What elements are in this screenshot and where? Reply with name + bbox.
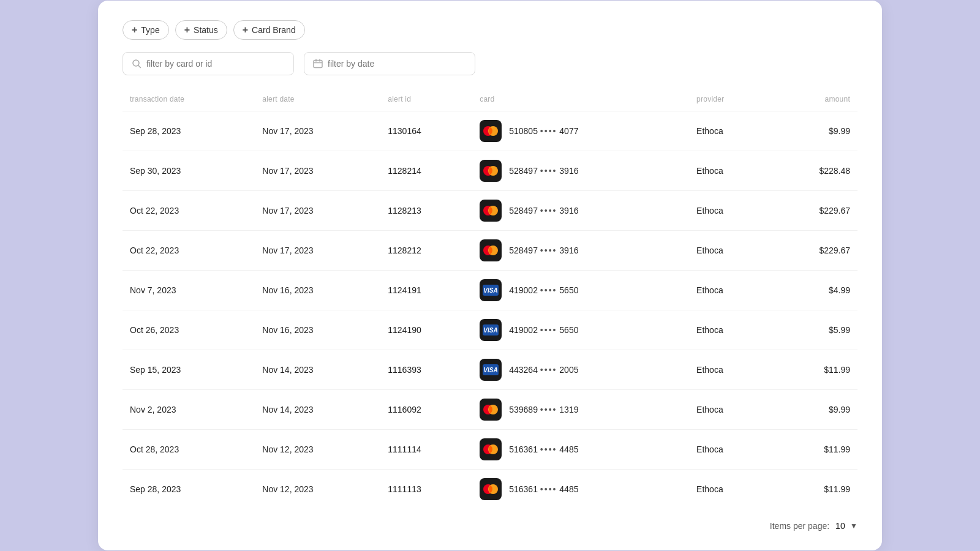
card-search-input[interactable] [146,59,285,69]
cell-amount: $228.48 [770,151,858,191]
cell-alert-date: Nov 12, 2023 [255,430,380,470]
cell-card: 528497 •••• 3916 [472,151,689,191]
header-amount: amount [770,90,858,111]
cell-amount: $5.99 [770,310,858,350]
cell-provider: Ethoca [689,271,770,310]
table-row[interactable]: Nov 7, 2023Nov 16, 20231124191 VISA 4190… [123,271,858,310]
table-row[interactable]: Oct 22, 2023Nov 17, 20231128213 528497 •… [123,191,858,231]
table-row[interactable]: Sep 30, 2023Nov 17, 20231128214 528497 •… [123,151,858,191]
cell-alert-date: Nov 14, 2023 [255,390,380,430]
cell-transaction-date: Oct 26, 2023 [123,310,255,350]
cell-amount: $11.99 [770,430,858,470]
cell-transaction-date: Sep 28, 2023 [123,470,255,509]
cell-alert-date: Nov 16, 2023 [255,271,380,310]
main-card: + Type + Status + Card Brand [98,1,882,550]
mastercard-icon [480,399,502,421]
mastercard-icon [480,438,502,460]
cell-provider: Ethoca [689,111,770,151]
cell-provider: Ethoca [689,310,770,350]
cell-provider: Ethoca [689,350,770,390]
cell-card: 516361 •••• 4485 [472,470,689,509]
header-provider: provider [689,90,770,111]
card-number-text: 419002 •••• 5650 [509,285,578,295]
cell-alert-id: 1128212 [380,231,472,271]
cell-alert-date: Nov 12, 2023 [255,470,380,509]
svg-rect-2 [314,61,322,68]
cell-provider: Ethoca [689,430,770,470]
table-row[interactable]: Sep 28, 2023Nov 12, 20231111113 516361 •… [123,470,858,509]
table-row[interactable]: Oct 26, 2023Nov 16, 20231124190 VISA 419… [123,310,858,350]
visa-card-icon: VISA [480,279,502,301]
mastercard-icon [480,160,502,182]
mastercard-icon [480,200,502,222]
cell-transaction-date: Sep 15, 2023 [123,350,255,390]
items-per-page-label: Items per page: [770,521,829,531]
table-header-row: transaction date alert date alert id car… [123,90,858,111]
cell-alert-date: Nov 16, 2023 [255,310,380,350]
cell-card: 528497 •••• 3916 [472,231,689,271]
header-card: card [472,90,689,111]
visa-card-icon: VISA [480,319,502,341]
cell-alert-date: Nov 17, 2023 [255,151,380,191]
cell-amount: $229.67 [770,231,858,271]
cell-alert-id: 1128214 [380,151,472,191]
cell-alert-id: 1124190 [380,310,472,350]
type-filter-button[interactable]: + Type [123,20,169,40]
search-icon [132,59,141,69]
cell-alert-id: 1128213 [380,191,472,231]
mastercard-icon [480,239,502,261]
header-alert-id: alert id [380,90,472,111]
alerts-table: transaction date alert date alert id car… [123,90,858,509]
card-number-text: 528497 •••• 3916 [509,166,578,176]
card-number-text: 539689 •••• 1319 [509,405,578,414]
svg-text:VISA: VISA [484,367,498,373]
cell-alert-id: 1130164 [380,111,472,151]
cell-alert-date: Nov 17, 2023 [255,191,380,231]
table-row[interactable]: Sep 28, 2023Nov 17, 20231130164 510805 •… [123,111,858,151]
calendar-icon [313,59,323,69]
cell-amount: $11.99 [770,470,858,509]
date-search-wrap [304,52,475,75]
cell-amount: $11.99 [770,350,858,390]
cell-transaction-date: Oct 22, 2023 [123,231,255,271]
cell-transaction-date: Nov 2, 2023 [123,390,255,430]
type-plus-icon: + [132,24,137,36]
cell-transaction-date: Sep 30, 2023 [123,151,255,191]
status-filter-button[interactable]: + Status [175,20,227,40]
card-number-text: 443264 •••• 2005 [509,365,578,375]
cell-alert-id: 1111114 [380,430,472,470]
status-plus-icon: + [184,24,190,36]
table-row[interactable]: Oct 28, 2023Nov 12, 20231111114 516361 •… [123,430,858,470]
type-filter-label: Type [141,25,159,35]
cell-card: 516361 •••• 4485 [472,430,689,470]
cell-alert-id: 1116393 [380,350,472,390]
cell-card: 539689 •••• 1319 [472,390,689,430]
svg-text:VISA: VISA [484,327,498,334]
table-row[interactable]: Nov 2, 2023Nov 14, 20231116092 539689 ••… [123,390,858,430]
card-number-text: 528497 •••• 3916 [509,206,578,216]
card-brand-plus-icon: + [243,24,248,36]
card-number-text: 528497 •••• 3916 [509,246,578,255]
date-search-input[interactable] [328,59,466,69]
cell-transaction-date: Oct 22, 2023 [123,191,255,231]
cell-provider: Ethoca [689,231,770,271]
cell-transaction-date: Sep 28, 2023 [123,111,255,151]
cell-provider: Ethoca [689,151,770,191]
svg-line-1 [138,66,141,68]
table-row[interactable]: Oct 22, 2023Nov 17, 20231128212 528497 •… [123,231,858,271]
cell-card: VISA 443264 •••• 2005 [472,350,689,390]
items-per-page-selector: 10 25 50 ▼ [835,521,858,531]
card-brand-filter-button[interactable]: + Card Brand [233,20,305,40]
cell-alert-id: 1111113 [380,470,472,509]
table-row[interactable]: Sep 15, 2023Nov 14, 20231116393 VISA 443… [123,350,858,390]
header-transaction-date: transaction date [123,90,255,111]
card-number-text: 516361 •••• 4485 [509,484,578,494]
status-filter-label: Status [194,25,218,35]
cell-card: VISA 419002 •••• 5650 [472,310,689,350]
items-per-page-select[interactable]: 10 25 50 [835,521,845,531]
card-number-text: 510805 •••• 4077 [509,126,578,136]
card-number-text: 516361 •••• 4485 [509,444,578,454]
card-search-wrap [123,52,294,75]
pagination-row: Items per page: 10 25 50 ▼ [123,521,858,531]
dropdown-arrow-icon: ▼ [850,522,858,530]
